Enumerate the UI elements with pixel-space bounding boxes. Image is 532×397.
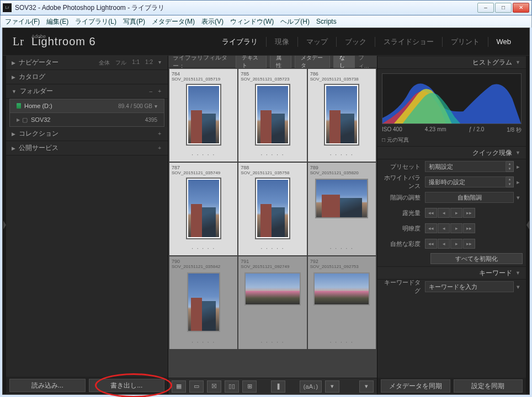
menu-photo[interactable]: 写真(P) [123, 17, 145, 26]
module-print[interactable]: プリント [443, 37, 488, 47]
menu-edit[interactable]: 編集(E) [46, 17, 68, 26]
exposure-stepper[interactable]: ◂◂◂▸▸▸ [425, 208, 475, 218]
survey-view-button[interactable]: ▯▯ [225, 380, 239, 393]
minimize-button[interactable]: – [477, 3, 494, 13]
rating-dots[interactable]: · · · · · [241, 152, 304, 159]
nav-fit[interactable]: 全体 [98, 59, 111, 67]
menu-library[interactable]: ライブラリ(L) [75, 17, 116, 26]
module-develop[interactable]: 現像 [267, 37, 298, 47]
menu-scripts[interactable]: Scripts [316, 18, 337, 25]
vibrance-stepper[interactable]: ◂◂◂▸▸▸ [425, 239, 475, 249]
publish-header[interactable]: ▶ 公開サービス + [6, 141, 168, 155]
thumbnail-cell[interactable]: 787SOV_20151121_035749· · · · · [169, 163, 237, 255]
folders-header[interactable]: ▼ フォルダー – + [6, 84, 168, 99]
compare-view-button[interactable]: ☒ [207, 380, 221, 393]
preset-stepper[interactable]: ▲▼ [506, 161, 514, 172]
chevron-down-icon[interactable]: ▾ [157, 59, 162, 67]
rating-dots[interactable]: · · · · · [310, 339, 374, 347]
thumb-filename: SOV_20151121_035842 [172, 264, 235, 269]
volume-status-icon [17, 103, 21, 109]
maximize-button[interactable]: □ [495, 3, 512, 13]
preset-label: プリセット [381, 163, 425, 171]
thumbnail-cell[interactable]: 785SOV_20151121_035723· · · · · [238, 69, 306, 162]
clarity-stepper[interactable]: ◂◂◂▸▸▸ [425, 223, 475, 233]
add-publish-button[interactable]: + [157, 145, 162, 151]
chevron-down-icon[interactable]: ▾ [155, 103, 157, 109]
rating-dots[interactable]: · · · · · [172, 339, 235, 347]
thumbnail-cell[interactable]: 792SOV_20151121_092753· · · · · [308, 256, 376, 349]
histogram-iso: ISO 400 [382, 126, 402, 134]
folder-name: SOV32 [31, 116, 50, 123]
filter-preset[interactable]: フィ... [358, 53, 373, 70]
module-library[interactable]: ライブラリ [214, 37, 267, 47]
menu-help[interactable]: ヘルプ(H) [280, 17, 310, 26]
quickdev-header[interactable]: クイック現像▼ [377, 146, 526, 159]
thumbnail-cell[interactable]: 788SOV_20151121_035758· · · · · [238, 163, 306, 255]
preset-expand-icon[interactable]: ▸ [514, 163, 523, 170]
thumb-index: 791 [241, 259, 304, 264]
rating-dots[interactable]: · · · · · [172, 245, 235, 253]
menu-file[interactable]: ファイル(F) [5, 17, 40, 26]
module-map[interactable]: マップ [298, 37, 337, 47]
toolbar-menu-button[interactable]: ▾ [359, 380, 374, 393]
module-book[interactable]: ブック [337, 37, 375, 47]
module-web[interactable]: Web [488, 37, 520, 46]
keywords-header[interactable]: キーワード▼ [377, 266, 526, 280]
rating-dots[interactable]: · · · · · [241, 245, 304, 253]
thumbnail-cell[interactable]: 784SOV_20151121_035719· · · · · [169, 69, 237, 162]
keyword-expand-icon[interactable]: ▾ [514, 283, 523, 291]
chevron-down-icon: ▼ [515, 270, 520, 276]
keyword-tag-input[interactable]: キーワードを入力 [425, 281, 514, 292]
thumbnail-cell[interactable]: 789SOV_20151121_035820· · · · · [308, 163, 376, 255]
original-photo-checkbox[interactable]: □ [382, 137, 385, 143]
volume-row[interactable]: Home (D:) 89.4 / 500 GB▾ [9, 99, 164, 113]
folder-row[interactable]: ▶ ▢ SOV32 4395 [9, 112, 164, 127]
autotone-button[interactable]: 自動階調 [425, 192, 514, 203]
histogram-panel: ISO 400 4.23 mm ƒ / 2.0 1/8 秒 □ 元の写真 [377, 69, 526, 146]
export-button[interactable]: 書き出し... [89, 379, 165, 392]
sort-menu-button[interactable]: ▾ [325, 380, 339, 393]
grid-view-button[interactable]: ▦ [172, 380, 186, 393]
tone-expand-icon[interactable]: ▾ [514, 194, 523, 201]
logo-mark: Lr [13, 35, 24, 47]
close-button[interactable]: ✕ [513, 3, 529, 13]
thumbnail-cell[interactable]: 790SOV_20151121_035842· · · · · [169, 256, 237, 349]
right-edge-toggle[interactable] [526, 56, 529, 394]
painter-tool-button[interactable]: ❚ [271, 380, 285, 393]
menu-window[interactable]: ウィンドウ(W) [230, 17, 274, 26]
chevron-right-icon: ▶ [17, 117, 20, 122]
loupe-view-button[interactable]: ▭ [189, 380, 204, 393]
sort-button[interactable]: (aA↓) [300, 380, 322, 393]
add-folder-button[interactable]: + [157, 88, 162, 94]
nav-1to1[interactable]: 1:1 [131, 59, 141, 67]
people-view-button[interactable]: ⊞ [242, 380, 257, 393]
clarity-label: 明瞭度 [381, 224, 425, 233]
nav-fill[interactable]: フル [114, 59, 127, 67]
remove-folder-button[interactable]: – [148, 88, 154, 94]
menu-view[interactable]: 表示(V) [201, 17, 224, 26]
histogram-header[interactable]: ヒストグラム▼ [377, 56, 526, 69]
import-button[interactable]: 読み込み... [9, 379, 86, 392]
module-slideshow[interactable]: スライドショー [375, 37, 443, 47]
rating-dots[interactable]: · · · · · [241, 339, 304, 347]
catalog-header[interactable]: ▶ カタログ [6, 70, 168, 84]
thumb-index: 787 [172, 165, 235, 170]
nav-1to2[interactable]: 1:2 [144, 59, 154, 67]
reset-all-button[interactable]: すべてを初期化 [430, 253, 523, 264]
sync-settings-button[interactable]: 設定を同期 [454, 379, 523, 393]
whitebalance-select[interactable]: 撮影時の設定 [425, 176, 506, 187]
thumbnail-cell[interactable]: 786SOV_20151121_035738· · · · · [308, 69, 376, 162]
whitebalance-stepper[interactable]: ▲▼ [506, 176, 514, 187]
rating-dots[interactable]: · · · · · [172, 152, 235, 159]
wb-expand-icon[interactable]: ▸ [514, 179, 523, 186]
collections-header[interactable]: ▶ コレクション + [6, 127, 168, 141]
thumbnail-grid: 784SOV_20151121_035719· · · · ·785SOV_20… [168, 68, 377, 378]
rating-dots[interactable]: · · · · · [310, 152, 374, 159]
add-collection-button[interactable]: + [157, 131, 162, 137]
thumbnail-cell[interactable]: 791SOV_20151121_092749· · · · · [238, 256, 306, 349]
sync-metadata-button[interactable]: メタデータを同期 [381, 379, 450, 393]
navigator-header[interactable]: ▶ ナビゲーター 全体 フル 1:1 1:2 ▾ [6, 56, 168, 70]
preset-select[interactable]: 初期設定 [425, 161, 506, 172]
menu-metadata[interactable]: メタデータ(M) [152, 17, 195, 26]
rating-dots[interactable]: · · · · · [310, 245, 374, 253]
